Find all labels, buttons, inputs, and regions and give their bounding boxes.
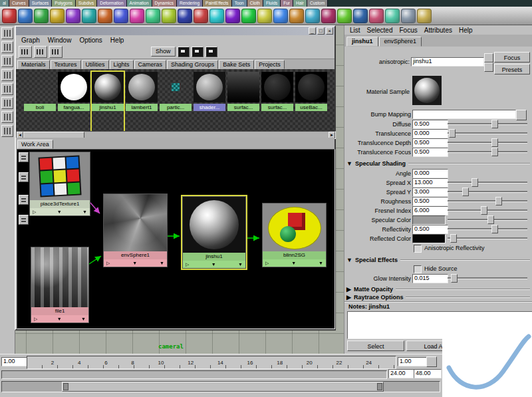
toggle-split-panel-icon[interactable] <box>49 46 63 58</box>
presets-button[interactable]: Presets <box>494 64 530 74</box>
section-raytrace-options[interactable]: ▶ Raytrace Options <box>346 293 530 301</box>
shelf-tool-icon[interactable] <box>273 9 288 23</box>
shelf-tool-icon[interactable] <box>66 9 80 23</box>
shelf-tool-icon[interactable] <box>289 9 304 23</box>
material-sample-swatch[interactable] <box>412 76 442 105</box>
spread-x-slider[interactable] <box>448 178 527 186</box>
expand-icon[interactable] <box>484 63 493 72</box>
minimize-icon[interactable]: _ <box>309 27 316 35</box>
node-file1[interactable]: file1 ▷ ▼ ▼ <box>31 247 89 323</box>
manipulator-tool-icon[interactable] <box>1 97 13 109</box>
menu-down-icon[interactable]: ▼ <box>319 259 323 267</box>
menu-item[interactable]: Help <box>110 37 124 44</box>
playback-end-field[interactable]: 24.00 <box>388 369 416 378</box>
collapse-icon[interactable]: ▷ <box>106 259 110 267</box>
toggle-top-panel-icon[interactable] <box>19 46 32 58</box>
shelf-tab[interactable]: al <box>0 0 9 7</box>
swatch-surface-b[interactable]: surfac... <box>261 72 293 131</box>
roughness-field[interactable]: 0.500 <box>412 197 448 206</box>
move-tool-icon[interactable] <box>1 55 13 67</box>
shelf-tool-icon[interactable] <box>353 9 368 23</box>
menu-item[interactable]: List <box>350 27 360 34</box>
collapse-icon[interactable]: ▷ <box>33 208 36 215</box>
menu-down-icon[interactable]: ▼ <box>82 208 87 215</box>
node-envsphere1[interactable]: envSphere1 ▷ ▼ ▼ <box>103 194 168 267</box>
tab-work-area[interactable]: Work Area <box>17 140 53 149</box>
menu-item[interactable]: Graph <box>21 37 40 44</box>
show-hide-icon[interactable] <box>484 53 493 63</box>
reflectivity-slider[interactable] <box>448 225 527 233</box>
menu-item[interactable]: Selected <box>367 27 393 34</box>
collapse-icon[interactable]: ▷ <box>265 259 269 267</box>
shelf-tool-icon[interactable] <box>178 9 192 23</box>
hypershade-tab[interactable]: Shading Groups <box>167 60 218 69</box>
shelf-tool-icon[interactable] <box>82 9 96 23</box>
range-start-handle[interactable] <box>63 383 68 390</box>
glow-intensity-slider[interactable] <box>448 274 527 282</box>
maximize-icon[interactable]: □ <box>317 27 325 35</box>
shelf-tab[interactable]: Animation <box>127 0 152 7</box>
spread-y-slider[interactable] <box>448 188 527 196</box>
shelf-tool-icon[interactable] <box>114 9 128 23</box>
menu-down-icon[interactable]: ▼ <box>57 208 62 215</box>
swatch-jinshu1[interactable]: jinshu1 <box>92 72 124 131</box>
shelf-tool-icon[interactable] <box>2 9 17 23</box>
shelf-tab[interactable]: Fur <box>281 0 293 7</box>
shelf-tab[interactable]: Surfaces <box>29 0 53 7</box>
roughness-slider[interactable] <box>448 197 527 205</box>
swatch-surface-a[interactable]: surfac... <box>227 72 259 131</box>
section-matte-opacity[interactable]: ▶ Matte Opacity <box>346 285 530 293</box>
swatch-particle[interactable]: partic... <box>160 72 192 131</box>
shelf-tab[interactable]: Subdivs <box>76 0 97 7</box>
animation-end-field[interactable]: 48.00 <box>414 369 442 378</box>
menu-down-icon[interactable]: ▼ <box>160 259 164 267</box>
translucence-field[interactable]: 0.000 <box>412 129 448 138</box>
hypershade-tab[interactable]: Materials <box>17 60 50 69</box>
shelf-tool-icon[interactable] <box>225 9 240 23</box>
translucence-depth-field[interactable]: 0.500 <box>412 138 448 148</box>
swatch-boli[interactable]: boli <box>24 72 56 131</box>
work-area-graph[interactable]: place3dTexture1 ▷ ▼ ▼ file1 ▷ ▼ ▼ <box>17 149 335 329</box>
auto-key-icon[interactable] <box>426 356 437 367</box>
layout-shortcut-icon[interactable] <box>1 111 13 123</box>
diffuse-slider[interactable] <box>448 120 527 128</box>
shelf-tab[interactable]: Fluids <box>263 0 281 7</box>
shelf-tool-icon[interactable] <box>401 9 416 23</box>
shelf-tool-icon[interactable] <box>417 9 432 23</box>
hypershade-tab[interactable]: Cameras <box>134 60 167 69</box>
shelf-tab[interactable]: Dynamics <box>152 0 178 7</box>
spread-y-field[interactable]: 3.000 <box>412 188 448 197</box>
shelf-tool-icon[interactable] <box>209 9 224 23</box>
node-name-field[interactable]: jinshu1 <box>411 57 484 66</box>
tab-envsphere1[interactable]: envSphere1 <box>379 37 422 47</box>
bump-mapping-field[interactable] <box>412 110 516 119</box>
spread-x-field[interactable]: 13.000 <box>412 178 448 188</box>
lasso-tool-icon[interactable] <box>1 41 13 53</box>
diffuse-field[interactable]: 0.500 <box>412 120 448 129</box>
shelf-tab[interactable]: Custom <box>307 0 328 7</box>
rotate-tool-icon[interactable] <box>1 69 13 81</box>
node-place3dtexture1[interactable]: place3dTexture1 ▷ ▼ ▼ <box>29 152 90 216</box>
node-expand-controls[interactable]: ▷ ▼ ▼ <box>104 259 167 267</box>
shelf-tool-icon[interactable] <box>50 9 65 23</box>
shelf-tool-icon[interactable] <box>241 9 256 23</box>
swatch-size-small-icon[interactable] <box>178 47 190 57</box>
shelf-tab[interactable]: Cloth <box>247 0 263 7</box>
shelf-tool-icon[interactable] <box>305 9 320 23</box>
reflected-color-slider[interactable] <box>448 234 527 242</box>
fresnel-index-field[interactable]: 6.000 <box>412 206 448 215</box>
specular-color-swatch[interactable] <box>412 215 446 225</box>
shelf-tab[interactable]: Curves <box>9 0 29 7</box>
reflectivity-field[interactable]: 0.500 <box>412 225 448 234</box>
shelf-tab[interactable]: Polygons <box>52 0 76 7</box>
menu-item[interactable]: Options <box>79 37 102 44</box>
node-expand-controls[interactable]: ▷ ▼ ▼ <box>183 261 245 268</box>
anisotropic-reflectivity-checkbox[interactable] <box>414 245 422 253</box>
shelf-tool-icon[interactable] <box>18 9 33 23</box>
reflected-color-swatch[interactable] <box>412 234 446 243</box>
node-expand-controls[interactable]: ▷ ▼ ▼ <box>31 315 88 323</box>
section-special-effects[interactable]: ▼ Special Effects <box>346 256 530 264</box>
shelf-tab[interactable]: Toon <box>232 0 247 7</box>
show-menu-button[interactable]: Show <box>151 47 176 57</box>
shelf-tab[interactable]: Hair <box>293 0 307 7</box>
